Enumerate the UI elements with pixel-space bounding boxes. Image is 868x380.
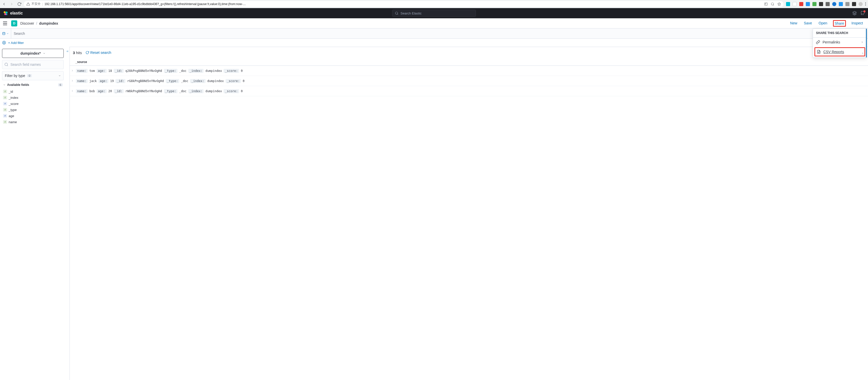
filter-icon[interactable] [2, 41, 6, 45]
doc-source: name:jack age:19 _id:rG8kPngB8Nd5nYNvOgH… [76, 79, 245, 83]
star-icon[interactable] [777, 2, 781, 6]
share-button[interactable]: Share [833, 20, 846, 27]
add-filter-button[interactable]: + Add filter [8, 41, 24, 45]
extension-icon[interactable] [832, 2, 836, 6]
filter-by-type-button[interactable]: Filter by type 0 [2, 71, 64, 80]
browser-reload-button[interactable] [17, 2, 21, 6]
refresh-icon [86, 51, 89, 54]
browser-back-button[interactable] [2, 2, 6, 6]
warning-icon [26, 2, 30, 6]
svg-marker-12 [853, 11, 857, 13]
elastic-logo[interactable]: elastic [3, 11, 23, 16]
svg-marker-5 [778, 3, 781, 5]
csv-reports-item[interactable]: CSV Reports [815, 48, 864, 56]
field-name: _index [9, 96, 18, 99]
browser-forward-button[interactable] [10, 2, 14, 6]
field-search-input[interactable] [2, 60, 64, 69]
extension-icon[interactable] [845, 2, 849, 6]
chevron-down-icon [43, 52, 45, 55]
field-item[interactable]: tname [2, 119, 64, 125]
field-type-badge: # [3, 114, 7, 118]
new-button[interactable]: New [789, 20, 798, 27]
table-row: name:jack age:19 _id:rG8kPngB8Nd5nYNvOgH… [70, 76, 868, 86]
collapse-icon [66, 50, 69, 53]
url-text: 192.168.1.171:5601/app/discover#/view/17… [44, 2, 246, 6]
chevron-right-icon [861, 52, 864, 55]
csv-reports-label: CSV Reports [823, 50, 844, 54]
content-area: 3 hits Reset search _source name:tom age… [69, 47, 868, 380]
svg-line-20 [7, 65, 8, 66]
translate-icon[interactable] [764, 2, 768, 6]
link-icon [816, 40, 820, 44]
doc-source: name:tom age:18 _id:q28kPngB8Nd5nYNvOgHd… [76, 69, 243, 73]
alerts-icon[interactable] [860, 11, 865, 16]
field-item[interactable]: t_id [2, 88, 64, 94]
extension-icon[interactable] [812, 2, 816, 6]
browser-extensions [786, 2, 866, 6]
field-type-badge: t [3, 120, 7, 124]
global-search-placeholder: Search Elastic [401, 11, 422, 15]
expand-row-button[interactable] [71, 79, 75, 83]
available-fields-header[interactable]: Available fields 6 [2, 81, 64, 88]
extension-icon[interactable] [793, 2, 797, 6]
extension-icon[interactable] [799, 2, 803, 6]
share-popover: SHARE THIS SEARCH Permalinks CSV Reports [813, 28, 867, 58]
field-name: _type [9, 108, 17, 112]
save-button[interactable]: Save [803, 20, 813, 27]
svg-point-9 [6, 14, 7, 15]
inspect-button[interactable]: Inspect [850, 20, 864, 27]
svg-rect-2 [765, 3, 768, 5]
kql-toggle[interactable] [0, 28, 11, 39]
security-label: 不安全 [31, 2, 41, 6]
extension-icon[interactable] [786, 2, 790, 6]
extension-icon[interactable] [839, 2, 843, 6]
notification-dot [863, 10, 865, 12]
space-badge[interactable]: D [11, 20, 17, 26]
field-search-wrap [2, 60, 64, 69]
breadcrumb-app-link[interactable]: Discover [20, 21, 34, 25]
field-type-badge: t [3, 96, 7, 99]
hits-bar: 3 hits Reset search [70, 47, 868, 58]
field-name: _score [9, 102, 19, 106]
expand-row-button[interactable] [71, 89, 75, 93]
field-name: age [9, 114, 14, 118]
extension-icon[interactable] [806, 2, 810, 6]
field-item[interactable]: #age [2, 113, 64, 119]
svg-point-8 [4, 13, 6, 15]
expand-row-button[interactable] [71, 69, 75, 73]
reset-search-button[interactable]: Reset search [86, 51, 111, 55]
zoom-icon[interactable] [771, 2, 774, 6]
field-item[interactable]: t_type [2, 107, 64, 113]
field-item[interactable]: #_score [2, 100, 64, 107]
nav-toggle-button[interactable] [3, 22, 7, 25]
query-input[interactable] [11, 28, 868, 38]
newsfeed-icon[interactable] [852, 11, 857, 16]
extension-icon[interactable] [852, 2, 856, 6]
browser-menu-button[interactable] [865, 2, 866, 6]
open-button[interactable]: Open [817, 20, 828, 27]
docs-list: name:tom age:18 _id:q28kPngB8Nd5nYNvOgHd… [70, 66, 868, 96]
field-type-badge: t [3, 108, 7, 112]
browser-url-bar[interactable]: 不安全 | 192.168.1.171:5601/app/discover#/v… [24, 1, 783, 7]
permalinks-item[interactable]: Permalinks [813, 37, 867, 47]
table-header-row: _source [70, 58, 868, 66]
kql-icon [2, 32, 6, 35]
query-bar [0, 28, 868, 39]
sidebar-collapse-handle[interactable] [66, 47, 69, 380]
field-item[interactable]: t_index [2, 94, 64, 100]
extension-icon[interactable] [826, 2, 830, 6]
elastic-logo-icon [3, 11, 8, 16]
source-column-header: _source [75, 60, 87, 64]
svg-line-11 [398, 14, 398, 15]
index-pattern-label: dumpindex* [20, 51, 41, 55]
svg-point-10 [396, 12, 398, 14]
svg-rect-13 [3, 32, 5, 34]
fields-list: t_idt_index#_scoret_type#agetname [2, 88, 64, 125]
browser-profile-icon[interactable] [859, 2, 863, 6]
chevron-right-icon [861, 41, 864, 44]
index-pattern-selector[interactable]: dumpindex* [2, 49, 64, 58]
global-search-input[interactable]: Search Elastic [392, 10, 476, 17]
extension-icon[interactable] [819, 2, 823, 6]
share-popover-title: SHARE THIS SEARCH [813, 29, 867, 37]
svg-point-3 [771, 3, 774, 5]
